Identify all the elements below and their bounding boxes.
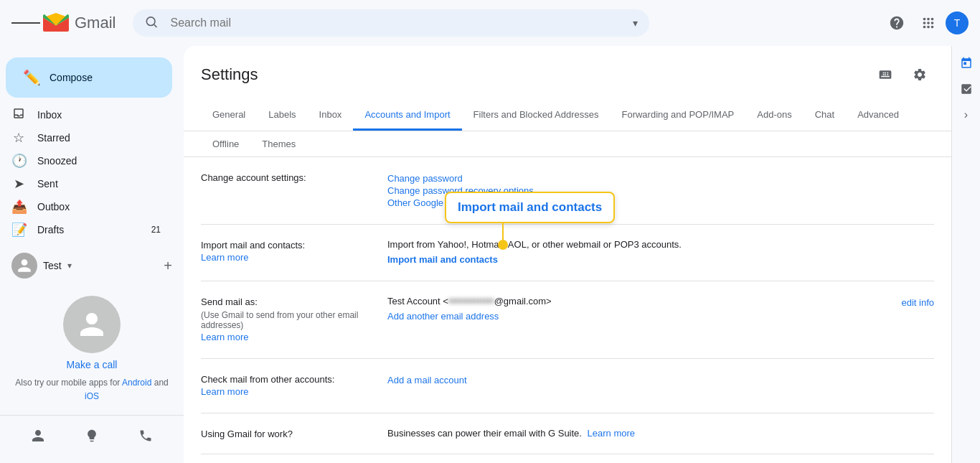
account-avatar — [11, 253, 37, 279]
snoozed-icon: 🕐 — [11, 153, 26, 169]
menu-button[interactable] — [11, 9, 40, 37]
tab-general[interactable]: General — [201, 100, 257, 131]
avatar[interactable]: T — [946, 11, 969, 34]
inbox-icon — [11, 107, 26, 123]
account-chevron-icon: ▾ — [67, 261, 72, 271]
mobile-apps-text: Also try our mobile apps for Android and… — [11, 376, 172, 403]
import-learn-more-link[interactable]: Learn more — [201, 252, 387, 263]
outbox-label: Outbox — [37, 201, 161, 212]
apps-button[interactable] — [914, 9, 943, 37]
keyboard-icon[interactable] — [871, 60, 900, 89]
annotation-box: Import mail and contacts — [445, 192, 615, 223]
phone-icon[interactable] — [131, 421, 160, 450]
sidebar-item-starred[interactable]: ☆ Starred — [0, 126, 172, 149]
settings-row-gmail-work: Using Gmail for work? Businesses can pow… — [201, 413, 934, 454]
sidebar-item-inbox[interactable]: Inbox — [0, 103, 172, 126]
settings-row-check-mail: Check mail from other accounts: Learn mo… — [201, 359, 934, 413]
gmail-logo: Gmail — [43, 13, 116, 33]
send-mail-learn-more[interactable]: Learn more — [201, 332, 387, 342]
tab-advanced[interactable]: Advanced — [846, 100, 910, 131]
sent-label: Sent — [37, 178, 161, 190]
drafts-badge: 21 — [151, 225, 161, 235]
tab-labels[interactable]: Labels — [257, 100, 307, 131]
settings-gear-icon[interactable] — [905, 60, 934, 89]
tab-chat[interactable]: Chat — [804, 100, 846, 131]
settings-title: Settings — [201, 65, 258, 84]
check-mail-learn-more[interactable]: Learn more — [201, 386, 387, 397]
inbox-label: Inbox — [37, 109, 161, 121]
import-mail-contacts-link[interactable]: Import mail and contacts — [387, 254, 498, 265]
search-icon — [144, 15, 159, 32]
tab-filters[interactable]: Filters and Blocked Addresses — [462, 100, 611, 131]
tasks-icon[interactable] — [955, 78, 978, 100]
account-row[interactable]: Test ▾ + — [0, 247, 184, 284]
change-account-label: Change account settings: — [201, 172, 306, 183]
compose-button[interactable]: ✏️ Compose — [6, 57, 172, 98]
settings-row-grant-access: Grant access to your account: (Allow oth… — [201, 454, 934, 463]
tab-addons[interactable]: Add-ons — [745, 100, 803, 131]
annotation-dot — [498, 240, 508, 250]
outbox-icon: 📤 — [11, 199, 26, 215]
subtab-offline[interactable]: Offline — [201, 131, 250, 156]
sidebar-item-drafts[interactable]: 📝 Drafts 21 — [0, 218, 172, 241]
settings-header: Settings General Labels Inbox Accounts — [184, 46, 951, 131]
calendar-icon[interactable] — [955, 52, 978, 75]
account-email-display: Test Account <••••••••••••••@gmail.com> — [387, 296, 552, 307]
email-blurred: •••••••••••••• — [448, 296, 494, 307]
make-call-section: Make a call Also try our mobile apps for… — [0, 284, 184, 415]
tab-accounts[interactable]: Accounts and Import — [353, 100, 461, 131]
svg-line-1 — [154, 24, 157, 27]
expand-icon[interactable]: › — [955, 103, 978, 126]
search-input[interactable] — [133, 9, 649, 37]
settings-body: Change account settings: Change password… — [184, 157, 951, 463]
drafts-icon: 📝 — [11, 222, 26, 238]
search-bar: ▾ — [133, 9, 649, 37]
compose-icon: ✏️ — [23, 69, 41, 86]
change-password-link[interactable]: Change password — [387, 173, 934, 184]
settings-row-import-mail: Import mail and contacts: Learn more Imp… — [201, 225, 934, 281]
compose-label: Compose — [50, 72, 93, 83]
gmail-work-description: Businesses can power their email with G … — [387, 428, 582, 439]
sent-icon: ➤ — [11, 176, 26, 192]
keep-icon[interactable] — [77, 421, 106, 450]
main-content: Settings General Labels Inbox Accounts — [184, 46, 951, 463]
starred-icon: ☆ — [11, 130, 26, 146]
ios-link[interactable]: iOS — [85, 391, 99, 401]
add-email-link[interactable]: Add another email address — [387, 311, 552, 322]
send-mail-sub: (Use Gmail to send from your other email… — [201, 310, 387, 330]
search-dropdown-icon[interactable]: ▾ — [633, 17, 638, 29]
sidebar-item-sent[interactable]: ➤ Sent — [0, 172, 172, 195]
tab-forwarding[interactable]: Forwarding and POP/IMAP — [610, 100, 745, 131]
svg-point-0 — [147, 17, 156, 26]
android-link[interactable]: Android — [122, 378, 151, 388]
right-panel: › — [951, 46, 980, 463]
gmail-work-label: Using Gmail for work? — [201, 429, 293, 439]
drafts-label: Drafts — [37, 224, 140, 235]
call-avatar — [63, 296, 121, 353]
make-call-link[interactable]: Make a call — [67, 359, 118, 370]
settings-row-send-mail: Send mail as: (Use Gmail to send from yo… — [201, 281, 934, 359]
contacts-icon[interactable] — [24, 421, 52, 450]
sidebar-bottom — [0, 415, 184, 456]
import-mail-label: Import mail and contacts: — [201, 240, 305, 251]
account-name: Test — [43, 260, 62, 271]
send-mail-label: Send mail as: — [201, 296, 258, 307]
gmail-text: Gmail — [75, 14, 116, 32]
tab-inbox[interactable]: Inbox — [308, 100, 354, 131]
sidebar: ✏️ Compose Inbox ☆ Starred 🕐 Snoozed ➤ S… — [0, 46, 184, 463]
add-account-icon[interactable]: + — [164, 258, 172, 274]
gsuite-learn-more[interactable]: Learn more — [588, 428, 635, 439]
edit-info-link[interactable]: edit info — [901, 297, 934, 308]
settings-subtabs: Offline Themes — [184, 131, 951, 157]
sidebar-item-outbox[interactable]: 📤 Outbox — [0, 195, 172, 218]
subtab-themes[interactable]: Themes — [250, 131, 307, 156]
help-button[interactable] — [882, 9, 911, 37]
snoozed-label: Snoozed — [37, 155, 161, 167]
check-mail-label: Check mail from other accounts: — [201, 374, 334, 385]
starred-label: Starred — [37, 132, 161, 144]
sidebar-item-snoozed[interactable]: 🕐 Snoozed — [0, 149, 172, 172]
add-mail-account-link[interactable]: Add a mail account — [387, 375, 934, 385]
settings-tabs: General Labels Inbox Accounts and Import… — [201, 100, 934, 131]
